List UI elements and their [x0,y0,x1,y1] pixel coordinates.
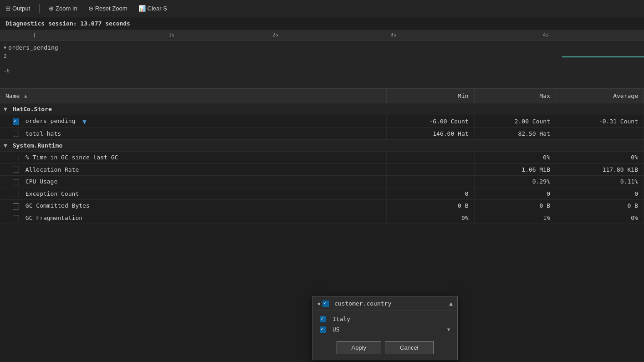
row-max: 2.00 Count [474,115,556,128]
filter-italy-label: Italy [332,316,350,322]
row-checkbox[interactable] [13,167,19,173]
row-average [556,127,644,140]
row-average: -0.31 Count [556,115,644,128]
row-checkbox[interactable] [13,118,19,125]
table-row: GC Committed Bytes 0 B 0 B 0 B [0,200,644,212]
row-name-cell: total-hats [0,127,386,140]
row-name: CPU Usage [26,178,57,185]
row-average: 0 [556,188,644,200]
zoom-in-button[interactable]: ⊕ Zoom In [47,4,79,13]
filter-us-checkbox[interactable] [320,326,326,333]
timeline: | 1s 2s 3s 4s ▼ orders_pending 2 -6 [0,30,644,89]
clear-label: Clear S [148,5,167,12]
row-checkbox[interactable] [13,191,19,197]
table-container[interactable]: Name ▲ Min Max Average [0,89,644,224]
filter-item-italy[interactable]: Italy [312,314,457,324]
min-header-label: Min [458,92,468,99]
clear-icon: 📊 [138,5,146,12]
row-min: 0 B [386,200,474,212]
row-min [386,163,474,176]
row-average: 0 B [556,200,644,212]
group-row-1: ▼ System.Runtime [0,140,644,152]
output-button[interactable]: ⊞ Output [4,4,32,13]
row-min: 146.00 Hat [386,127,474,140]
zoom-in-label: Zoom In [56,5,77,12]
filter-scrollbar-up[interactable]: ▲ [449,300,453,307]
cancel-button[interactable]: Cancel [385,341,433,354]
filter-icon[interactable]: ▼ [82,118,86,125]
filter-field-checkbox[interactable] [322,301,329,307]
average-header-label: Average [613,92,638,99]
group-collapse-icon[interactable]: ▼ [4,142,7,149]
sort-icon[interactable]: ▲ [24,93,27,98]
apply-button[interactable]: Apply [337,341,382,354]
row-max: 1% [474,212,556,224]
clear-button[interactable]: 📊 Clear S [137,4,169,13]
col-name-header[interactable]: Name ▲ [0,89,386,103]
row-name: % Time in GC since last GC [26,154,118,161]
filter-popup-header: ◀ customer.country ▲ [312,296,457,311]
row-checkbox[interactable] [13,215,19,221]
zoom-in-icon: ⊕ [49,5,54,12]
group-row-0: ▼ HatCo.Store [0,103,644,115]
row-name-cell: CPU Usage [0,176,386,188]
row-max: 0 B [474,200,556,212]
row-checkbox[interactable] [13,155,19,161]
col-average-header[interactable]: Average [556,89,644,103]
table-row: total-hats 146.00 Hat 82.50 Hat [0,127,644,140]
table-row: GC Fragmentation 0% 1% 0% [0,212,644,224]
row-min: 0% [386,212,474,224]
group-collapse-icon[interactable]: ▼ [4,106,7,112]
row-checkbox[interactable] [13,131,19,137]
ruler-4s: 4s [543,32,549,38]
row-min [386,176,474,188]
output-icon: ⊞ [5,5,10,12]
reset-zoom-icon: ⊖ [88,5,93,12]
row-max: 0% [474,152,556,164]
y-high: 2 [4,53,7,59]
timeline-ruler: | 1s 2s 3s 4s [0,30,644,41]
row-name-cell: % Time in GC since last GC [0,152,386,164]
track-label: ▼ orders_pending [4,44,58,51]
content-area: Name ▲ Min Max Average [0,89,644,362]
row-name-cell: Exception Count [0,188,386,200]
row-name: Exception Count [26,190,79,197]
reset-zoom-button[interactable]: ⊖ Reset Zoom [87,4,129,13]
filter-collapse-arrow[interactable]: ◀ [317,301,320,306]
y-low: -6 [4,68,10,74]
row-average: 117.80 KiB [556,163,644,176]
reset-zoom-label: Reset Zoom [95,5,128,12]
filter-popup-scroll[interactable]: Italy US ▼ [312,311,457,337]
table-body: ▼ HatCo.Store orders_pending ▼ -6.00 Cou… [0,103,644,224]
table-header: Name ▲ Min Max Average [0,89,644,103]
max-header-label: Max [540,92,550,99]
row-name-cell: GC Committed Bytes [0,200,386,212]
row-min: 0 [386,188,474,200]
row-name: GC Committed Bytes [26,202,90,209]
table-row: % Time in GC since last GC 0% 0% [0,152,644,164]
col-min-header[interactable]: Min [386,89,474,103]
row-min [386,152,474,164]
filter-field-name: customer.country [334,300,391,307]
filter-italy-checkbox[interactable] [320,316,326,322]
ruler-start: | [33,32,36,38]
session-text: Diagnostics session: 13.077 seconds [5,20,130,27]
col-max-header[interactable]: Max [474,89,556,103]
row-name-cell: Allocation Rate [0,163,386,176]
timeline-track: ▼ orders_pending 2 -6 [0,41,644,86]
row-checkbox[interactable] [13,179,19,185]
output-label: Output [12,5,30,12]
row-max: 1.06 MiB [474,163,556,176]
row-average: 0.11% [556,176,644,188]
filter-scrollbar-down[interactable]: ▼ [447,327,450,332]
diagnostics-header: Diagnostics session: 13.077 seconds [0,17,644,30]
filter-item-us[interactable]: US ▼ [312,324,457,335]
data-table: Name ▲ Min Max Average [0,89,644,224]
row-checkbox[interactable] [13,203,19,209]
row-average: 0% [556,212,644,224]
filter-us-label: US [332,326,340,333]
row-max: 82.50 Hat [474,127,556,140]
filter-popup: ◀ customer.country ▲ Italy US ▼ [312,296,458,360]
row-max: 0 [474,188,556,200]
row-name-cell: GC Fragmentation [0,212,386,224]
